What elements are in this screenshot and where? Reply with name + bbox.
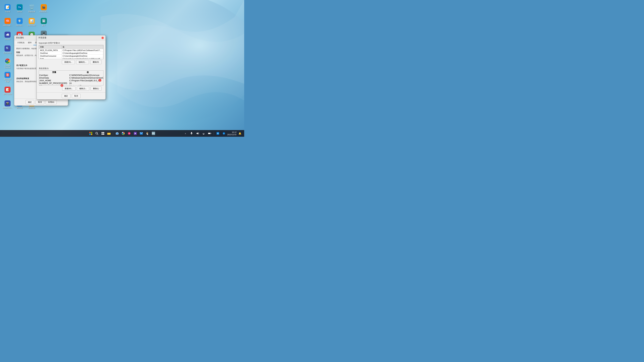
taskbar: 🐧 🔤 ∧ bbox=[0, 130, 244, 137]
desktop-icon-recycle[interactable]: 🗑️ 回收站满 bbox=[26, 2, 38, 15]
tab-hardware[interactable]: 硬件 bbox=[26, 40, 33, 45]
envvar-close-btn[interactable]: × bbox=[102, 37, 104, 39]
svg-rect-35 bbox=[211, 133, 211, 134]
svg-point-19 bbox=[117, 133, 118, 134]
svg-rect-5 bbox=[90, 132, 91, 133]
sysprop-title: 系统属性 bbox=[16, 36, 24, 39]
tray-network[interactable] bbox=[201, 131, 206, 136]
taskbar-app-music[interactable] bbox=[126, 131, 132, 136]
taskbar-clock[interactable]: 16:12 2022/12/15 bbox=[227, 131, 236, 136]
taskbar-app-qq[interactable]: 🐧 bbox=[145, 131, 150, 136]
envvar-window-controls: × bbox=[102, 37, 104, 39]
taskbar-tray: ∧ bbox=[183, 131, 242, 136]
tray-chs[interactable]: 中 bbox=[215, 131, 220, 136]
envvar-cancel-btn[interactable]: 取消 bbox=[72, 94, 80, 98]
svg-rect-11 bbox=[102, 132, 103, 133]
sys-vars-table-wrap[interactable]: 1 变量 值 ComSpecC:\WINDOWS\system32\cmd.ex… bbox=[39, 70, 104, 85]
desktop: 📝 字处理 T+ ToPlus 🗑️ 回收站满 🎬 4D影院水... 🧠 XMi… bbox=[0, 0, 244, 137]
desktop-icon-xmind[interactable]: 🧠 XMindage... bbox=[2, 15, 14, 29]
taskbar-app-mail[interactable] bbox=[139, 131, 144, 136]
user-var-row[interactable]: MOZ_PLUGIN_PATHC:\Program Files (x86)\Fo… bbox=[39, 49, 103, 52]
desktop-icon-tuidown[interactable]: ⬇️ 推下 bbox=[38, 15, 50, 29]
sys-var-val: C:\Program Files\Java\jdk1.8.0_351 bbox=[69, 79, 104, 82]
envvar-dialog: 环境变量 × liuguanglei 的用户变量(U) 变量 值 MOZ_PL bbox=[36, 35, 106, 99]
desktop-icon-toplus[interactable]: T+ ToPlus bbox=[14, 2, 26, 15]
desktop-icon-everything[interactable]: 🔍 Everything bbox=[2, 43, 14, 56]
user-new-btn[interactable]: 新建(N)... bbox=[62, 60, 75, 64]
sys-var-val: C:\WINDOWS\system32\cmd.exe bbox=[69, 74, 104, 76]
svg-rect-29 bbox=[191, 132, 192, 134]
svg-rect-34 bbox=[208, 133, 210, 134]
explorer-taskbar-btn[interactable] bbox=[106, 131, 112, 136]
tray-bing[interactable]: b bbox=[221, 131, 226, 136]
user-var-col-val: 值 bbox=[62, 45, 103, 49]
sys-var-name: ComSpec bbox=[39, 74, 69, 76]
sys-vars-buttons: 2 新建(W)... 编辑(J)... 删除(L) bbox=[39, 85, 104, 92]
taskbar-center: 🐧 🔤 bbox=[88, 131, 156, 136]
user-vars-table-wrap[interactable]: 变量 值 MOZ_PLUGIN_PATHC:\Program Files (x8… bbox=[39, 45, 104, 59]
desktop-icon-wpsoffice[interactable]: 📝 WPS Office bbox=[2, 84, 14, 97]
user-delete-btn[interactable]: 删除(D) bbox=[90, 60, 102, 64]
user-var-row[interactable]: OneDriveC:\Users\liuguanglei\OneDrive bbox=[39, 52, 103, 55]
search-button[interactable] bbox=[94, 131, 100, 136]
sys-var-col-val: 值 bbox=[69, 71, 104, 74]
svg-rect-12 bbox=[103, 132, 104, 133]
taskbar-app-media[interactable] bbox=[133, 131, 138, 136]
sys-var-row[interactable]: NUMBER_OF_PROCESSORS24 bbox=[39, 82, 104, 84]
envvar-confirm-btn[interactable]: 确定 bbox=[62, 94, 70, 98]
taskbar-app-chrome[interactable] bbox=[120, 131, 126, 136]
clock-time: 16:12 bbox=[227, 131, 236, 133]
svg-text:中: 中 bbox=[217, 133, 219, 134]
sysprop-apply-btn[interactable]: 应用(A) bbox=[46, 100, 57, 104]
envvar-titlebar[interactable]: 环境变量 × bbox=[37, 35, 106, 40]
sys-new-btn[interactable]: 新建(W)... bbox=[62, 86, 76, 91]
taskbar-app-translate[interactable]: 🔤 bbox=[151, 131, 156, 136]
desktop-icon-powerbi[interactable]: 📊 功率BI制作 bbox=[26, 15, 38, 29]
clock-date: 2022/12/15 bbox=[227, 133, 236, 136]
sys-edit-btn[interactable]: 编辑(J)... bbox=[77, 86, 89, 91]
desktop-icon-wpsword[interactable]: 📝 字处理 bbox=[2, 2, 14, 15]
user-vars-table: 变量 值 MOZ_PLUGIN_PATHC:\Program Files (x8… bbox=[39, 45, 103, 59]
sys-delete-btn[interactable]: 删除(L) bbox=[90, 86, 102, 91]
svg-rect-17 bbox=[108, 133, 110, 134]
desktop-icon-4d[interactable]: 🎬 4D影院水... bbox=[38, 2, 50, 15]
sys-var-row[interactable]: DriverDataC:\Windows\System32\Drivers\Dr… bbox=[39, 77, 104, 79]
sysprop-footer: 确定 取消 应用(A) bbox=[14, 98, 68, 106]
desktop-icon-clowdo[interactable]: ☁️ clowdo bbox=[2, 29, 14, 42]
svg-rect-20 bbox=[117, 132, 118, 133]
sysprop-confirm-btn[interactable]: 确定 bbox=[26, 100, 34, 104]
user-var-name: Path bbox=[39, 57, 62, 59]
sys-vars-section: 系统变量(S) 1 变量 值 ComSpecC:\WINDOWS\system3… bbox=[37, 66, 106, 92]
tray-notification[interactable]: 🔔 bbox=[237, 131, 242, 136]
start-button[interactable] bbox=[88, 131, 94, 136]
tray-arrow[interactable]: ∧ bbox=[183, 131, 188, 136]
desktop-icon-screentor[interactable]: 📸 ScreenToG... bbox=[2, 98, 14, 111]
user-var-val: C:\Program Files (x86)\Foxit Software\Fo… bbox=[62, 49, 103, 52]
user-var-col-name: 变量 bbox=[39, 45, 62, 49]
tray-battery[interactable] bbox=[207, 131, 212, 136]
badge-2: 2 bbox=[60, 84, 63, 87]
user-edit-btn[interactable]: 编辑(E)... bbox=[76, 60, 89, 64]
desktop-icon-dash[interactable]: 🛡️ 2软件助... bbox=[14, 15, 26, 29]
tray-mic[interactable] bbox=[189, 131, 194, 136]
svg-point-25 bbox=[129, 133, 130, 134]
tray-volume[interactable] bbox=[195, 131, 200, 136]
envvar-title: 环境变量 bbox=[38, 36, 46, 39]
user-var-val: C:\Users\liuguanglei\AppData\Local\Micro… bbox=[62, 57, 103, 59]
user-var-row[interactable]: PathC:\Users\liuguanglei\AppData\Local\M… bbox=[39, 57, 103, 59]
tab-computername[interactable]: 计算机名 bbox=[16, 40, 26, 45]
svg-marker-31 bbox=[196, 132, 198, 134]
taskview-button[interactable] bbox=[100, 131, 106, 136]
sys-var-row[interactable]: JAVA_HOMEC:\Program Files\Java\jdk1.8.0_… bbox=[39, 79, 104, 82]
user-var-name: OneDriveConsumer bbox=[39, 55, 62, 57]
sysprop-cancel-btn[interactable]: 取消 bbox=[36, 100, 44, 104]
sys-var-name: DriverData bbox=[39, 77, 69, 79]
sys-var-val: C:\Windows\System32\Drivers\DriverData bbox=[69, 77, 104, 79]
user-var-val: C:\Users\liuguanglei\OneDrive bbox=[62, 52, 103, 55]
sys-vars-table: 变量 值 ComSpecC:\WINDOWS\system32\cmd.exeD… bbox=[39, 70, 104, 85]
desktop-icon-msofficepro[interactable]: 🅱️ Microsoft Edge bbox=[2, 70, 14, 84]
sys-var-row[interactable]: ComSpecC:\WINDOWS\system32\cmd.exe bbox=[39, 74, 104, 76]
taskbar-app-camera[interactable] bbox=[114, 131, 120, 136]
user-var-row[interactable]: OneDriveConsumerC:\Users\liuguanglei\One… bbox=[39, 55, 103, 57]
desktop-icon-chrome[interactable]: Google Chrome bbox=[2, 57, 14, 70]
